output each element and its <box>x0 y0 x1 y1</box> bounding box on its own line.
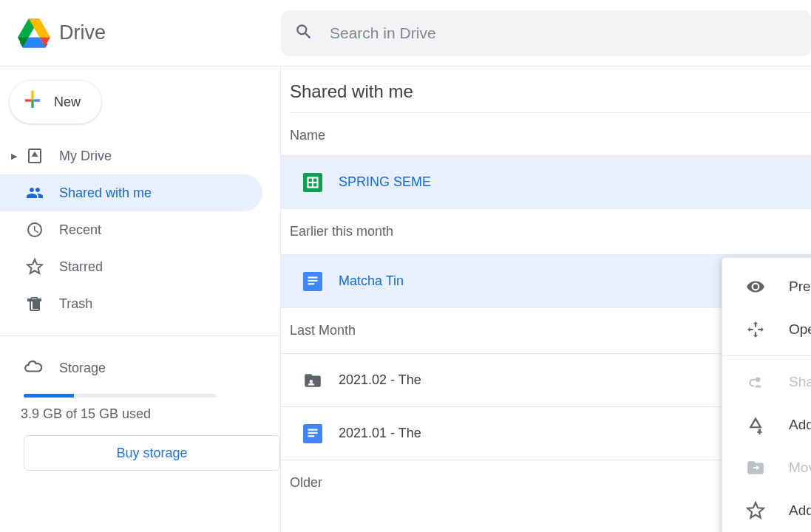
sidebar-item-trash[interactable]: Trash <box>0 285 262 322</box>
eye-icon <box>744 277 767 296</box>
recent-icon <box>24 221 46 239</box>
column-header-name[interactable]: Name <box>281 113 811 155</box>
app-header: Drive <box>0 0 811 66</box>
context-menu-open-with[interactable]: Open with ❯ <box>722 308 811 351</box>
docs-icon <box>303 272 322 291</box>
file-name: 2021.02 - The <box>339 372 421 388</box>
page-title: Shared with me <box>281 78 811 112</box>
nav-label: Starred <box>59 259 103 275</box>
new-button[interactable]: New <box>9 80 102 124</box>
context-menu: Preview Open with ❯ Share <box>722 257 811 532</box>
star-icon <box>24 258 46 276</box>
search-input[interactable] <box>328 24 811 43</box>
add-shortcut-icon <box>744 415 767 434</box>
divider <box>722 355 811 356</box>
svg-rect-17 <box>308 279 318 281</box>
context-menu-move-to: Move to <box>722 446 811 489</box>
file-row[interactable]: SPRING SEME <box>281 155 811 208</box>
svg-rect-21 <box>308 429 318 430</box>
shared-icon <box>24 184 46 202</box>
nav-label: Recent <box>59 222 101 238</box>
docs-icon <box>303 424 322 443</box>
search-bar[interactable] <box>281 10 811 56</box>
nav-label: Trash <box>59 296 92 312</box>
sheets-icon <box>303 173 322 192</box>
move-to-icon <box>744 458 767 477</box>
plus-icon <box>21 89 44 115</box>
storage-label: Storage <box>59 361 106 376</box>
svg-rect-18 <box>308 283 315 284</box>
context-menu-add-to-starred[interactable]: Add to Starred <box>722 489 811 532</box>
section-earlier-this-month: Earlier this month <box>281 208 811 254</box>
ctx-label: Add to Starred <box>789 502 811 519</box>
svg-point-24 <box>756 378 760 381</box>
cloud-icon <box>24 357 43 379</box>
ctx-label: Add shortcut to Drive <box>789 417 811 433</box>
expand-icon[interactable]: ▶ <box>7 151 21 161</box>
shared-folder-icon <box>303 371 322 390</box>
storage-bar-fill <box>24 394 74 398</box>
new-button-label: New <box>54 95 81 110</box>
svg-point-19 <box>310 379 313 382</box>
sidebar-item-shared-with-me[interactable]: Shared with me <box>0 174 262 211</box>
divider <box>0 335 280 336</box>
ctx-label: Move to <box>789 460 811 476</box>
sidebar: New ▶ My Drive Shared with me <box>0 66 281 532</box>
product-name: Drive <box>59 21 106 44</box>
storage-used-text: 3.9 GB of 15 GB used <box>21 406 280 422</box>
nav-label: Shared with me <box>59 185 152 201</box>
file-name: SPRING SEME <box>339 174 431 190</box>
sidebar-item-storage[interactable]: Storage <box>0 347 280 386</box>
svg-rect-22 <box>308 432 318 433</box>
buy-storage-button[interactable]: Buy storage <box>24 435 280 471</box>
search-icon <box>294 22 313 44</box>
svg-rect-16 <box>308 276 318 278</box>
sidebar-item-recent[interactable]: Recent <box>0 211 262 248</box>
ctx-label: Share <box>789 374 811 390</box>
ctx-label: Open with <box>789 321 811 338</box>
logo-area[interactable]: Drive <box>0 17 281 50</box>
open-with-icon <box>744 320 767 339</box>
star-icon <box>744 501 767 520</box>
svg-rect-23 <box>308 435 315 437</box>
my-drive-icon <box>24 147 46 165</box>
sidebar-item-starred[interactable]: Starred <box>0 248 262 285</box>
ctx-label: Preview <box>789 279 811 295</box>
context-menu-add-shortcut[interactable]: Add shortcut to Drive <box>722 403 811 446</box>
sidebar-item-my-drive[interactable]: ▶ My Drive <box>0 137 262 174</box>
drive-logo-icon <box>18 17 50 50</box>
context-menu-preview[interactable]: Preview <box>722 265 811 308</box>
nav-label: My Drive <box>59 149 112 164</box>
file-name: Matcha Tin <box>339 273 404 289</box>
sidebar-nav: ▶ My Drive Shared with me <box>0 137 280 335</box>
file-name: 2021.01 - The <box>339 426 421 441</box>
context-menu-share: Share <box>722 361 811 403</box>
storage-bar <box>24 394 216 398</box>
share-icon <box>744 372 767 392</box>
main-content: Shared with me Name SPRING SEME Earlier … <box>281 66 811 532</box>
trash-icon <box>24 295 46 313</box>
